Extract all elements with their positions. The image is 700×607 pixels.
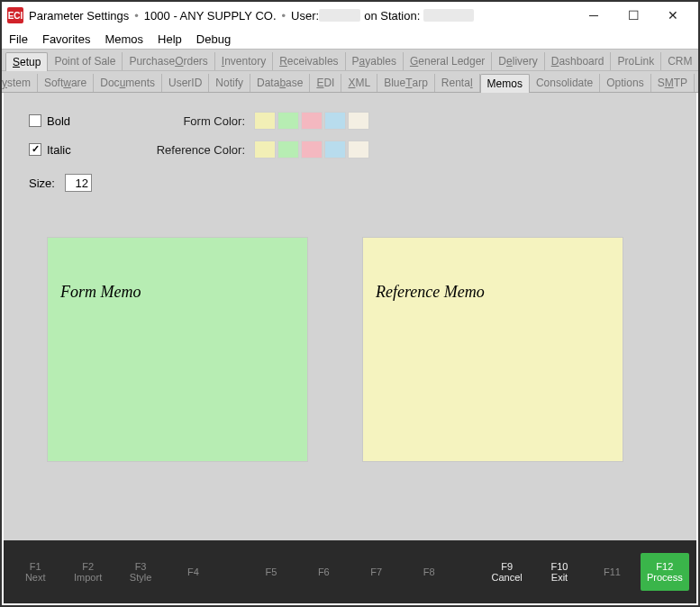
subtab-database[interactable]: Database	[250, 74, 310, 92]
size-input[interactable]	[65, 174, 92, 192]
bold-checkbox[interactable]	[29, 114, 41, 127]
minimize-button[interactable]: ─	[574, 3, 614, 28]
bold-label: Bold	[47, 114, 70, 128]
fkey-f12[interactable]: F12Process	[641, 553, 689, 591]
tab-receivables[interactable]: Receivables	[273, 52, 345, 70]
swatch-form-yellow[interactable]	[254, 112, 276, 130]
subtab-edi[interactable]: EDI	[310, 74, 341, 92]
subtab-documents[interactable]: Documents	[94, 74, 162, 92]
form-color-swatches	[254, 112, 369, 130]
title-sep: •	[282, 9, 286, 23]
title-station-prefix: on Station:	[364, 9, 420, 23]
fkey-f1[interactable]: F1Next	[11, 553, 59, 591]
content-area: Bold Form Color: Italic Reference Color:…	[4, 93, 696, 540]
swatch-form-pink[interactable]	[301, 112, 323, 130]
tab-point-of-sale[interactable]: Point of Sale	[48, 52, 123, 70]
fkey-f6[interactable]: F6	[299, 553, 348, 591]
close-button[interactable]: ✕	[653, 3, 693, 28]
form-memo-preview: Form Memo	[47, 237, 308, 462]
title-user-redacted	[319, 9, 360, 22]
swatch-ref-green[interactable]	[277, 140, 299, 159]
menu-debug[interactable]: Debug	[196, 32, 231, 46]
title-sep: •	[134, 9, 139, 23]
subtab-software[interactable]: Software	[38, 74, 94, 92]
swatch-ref-yellow[interactable]	[254, 140, 276, 159]
title-user-prefix: User:	[291, 9, 319, 23]
fkey-f3[interactable]: F3Style	[116, 553, 165, 591]
menu-memos[interactable]: Memos	[105, 32, 143, 46]
fkey-f2[interactable]: F2Import	[63, 553, 112, 591]
subtab-consolidate[interactable]: Consolidate	[530, 74, 600, 92]
tabs-secondary: System Software Documents UserID Notify …	[2, 71, 698, 93]
menu-help[interactable]: Help	[158, 32, 182, 46]
tab-crm[interactable]: CRM	[661, 52, 699, 70]
tab-payables[interactable]: Payables	[346, 52, 404, 70]
maximize-button[interactable]: ☐	[614, 3, 653, 28]
swatch-ref-blue[interactable]	[324, 140, 346, 159]
app-icon: ECI	[7, 7, 23, 23]
subtab-system[interactable]: System	[0, 74, 38, 92]
tab-prolink[interactable]: ProLink	[611, 52, 661, 70]
tab-purchase-orders[interactable]: Purchase Orders	[123, 52, 214, 70]
tab-delivery[interactable]: Delivery	[492, 52, 544, 70]
reference-memo-preview: Reference Memo	[362, 237, 623, 462]
subtab-smtp[interactable]: SMTP	[651, 74, 695, 92]
menu-file[interactable]: File	[9, 32, 28, 46]
tab-dashboard[interactable]: Dashboard	[545, 52, 612, 70]
swatch-ref-cream[interactable]	[348, 140, 369, 159]
subtab-options[interactable]: Options	[600, 74, 650, 92]
fkey-f9[interactable]: F9Cancel	[482, 553, 531, 591]
subtab-rental[interactable]: Rental	[435, 74, 480, 92]
swatch-ref-pink[interactable]	[301, 140, 323, 159]
subtab-notify[interactable]: Notify	[209, 74, 250, 92]
titlebar: ECI Parameter Settings • 1000 - ANY SUPP…	[2, 2, 698, 29]
fkey-f10[interactable]: F10Exit	[535, 553, 584, 591]
fkey-f4[interactable]: F4	[168, 553, 217, 591]
subtab-xml[interactable]: XML	[341, 74, 377, 92]
subtab-userid[interactable]: UserID	[162, 74, 209, 92]
swatch-form-green[interactable]	[277, 112, 299, 130]
tab-setup[interactable]: Setup	[5, 52, 48, 71]
tab-inventory[interactable]: Inventory	[215, 52, 273, 70]
reference-color-label: Reference Color:	[155, 143, 254, 157]
size-label: Size:	[29, 177, 65, 190]
fkey-f5[interactable]: F5	[247, 553, 295, 591]
subtab-bluetarp[interactable]: BlueTarp	[377, 74, 435, 92]
form-color-label: Form Color:	[155, 114, 254, 128]
swatch-form-blue[interactable]	[324, 112, 346, 130]
subtab-memos[interactable]: Memos	[480, 74, 530, 93]
tab-general-ledger[interactable]: General Ledger	[404, 52, 492, 70]
title-segment-1: Parameter Settings	[29, 9, 129, 23]
title-station-redacted	[423, 9, 474, 22]
tabs-primary: Setup Point of Sale Purchase Orders Inve…	[2, 49, 698, 71]
function-key-bar: F1Next F2Import F3Style F4 F5 F6 F7 F8 F…	[4, 540, 696, 603]
italic-checkbox[interactable]	[29, 143, 41, 156]
title-segment-2: 1000 - ANY SUPPLY CO.	[144, 9, 277, 23]
reference-color-swatches	[254, 140, 369, 159]
swatch-form-cream[interactable]	[348, 112, 369, 130]
menu-favorites[interactable]: Favorites	[42, 32, 90, 46]
menubar: File Favorites Memos Help Debug	[2, 29, 698, 49]
fkey-f7[interactable]: F7	[352, 553, 401, 591]
fkey-f8[interactable]: F8	[405, 553, 453, 591]
fkey-f11[interactable]: F11	[587, 553, 636, 591]
italic-label: Italic	[47, 143, 71, 157]
